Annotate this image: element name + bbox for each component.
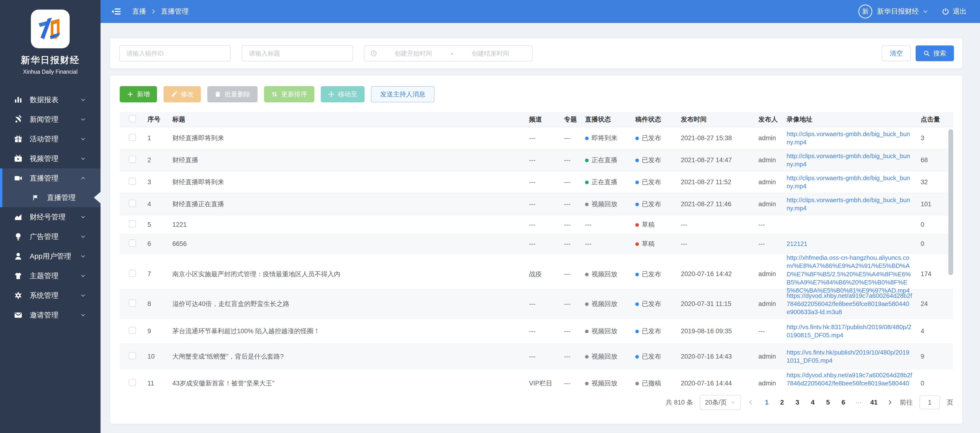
- row-video-url[interactable]: https://dyvod.xhby.net/a919c7a600264d28b…: [787, 292, 913, 316]
- sidebar-item-live-manage[interactable]: 直播管理: [2, 188, 100, 207]
- row-checkbox[interactable]: [129, 352, 136, 359]
- row-video-url[interactable]: 212121: [787, 240, 913, 248]
- user-name[interactable]: 新华日报财经: [877, 7, 919, 16]
- table-row: 1财经直播即将到来------即将到来已发布2021-08-27 15:38ad…: [120, 127, 953, 149]
- row-publish-time: 2019-08-16 09:35: [681, 327, 758, 335]
- next-page-button[interactable]: [887, 399, 893, 406]
- page-size-select[interactable]: 20条/页: [700, 395, 741, 410]
- sidebar-item-label: 财经号管理: [30, 212, 80, 222]
- page-number-2[interactable]: 2: [776, 395, 788, 409]
- add-button[interactable]: 新增: [120, 86, 157, 102]
- collapse-sidebar-icon[interactable]: [111, 7, 121, 16]
- row-video-url[interactable]: http://clips.vorwaerts-gmbh.de/big_buck_…: [787, 174, 913, 190]
- chevron-down-icon[interactable]: [923, 9, 928, 14]
- page-number-6[interactable]: 6: [837, 395, 850, 409]
- satellite-icon: [13, 114, 23, 124]
- row-video-url[interactable]: https://vs.fintv.hk/publish/2019/10/480p…: [787, 348, 913, 365]
- power-icon: [942, 8, 949, 15]
- row-checkbox[interactable]: [129, 200, 136, 207]
- sidebar-item-activity[interactable]: 活动管理: [0, 129, 100, 149]
- row-video-url[interactable]: http://clips.vorwaerts-gmbh.de/big_buck_…: [787, 196, 913, 213]
- row-clicks: 9: [921, 353, 953, 360]
- sidebar-item-label: 邀请管理: [30, 310, 80, 320]
- row-video-url[interactable]: http://clips.vorwaerts-gmbh.de/big_buck_…: [787, 152, 913, 168]
- table-scrollbar-thumb[interactable]: [948, 129, 953, 275]
- chevron-right-icon: [150, 8, 157, 14]
- sidebar-item-label: 视频管理: [30, 154, 80, 163]
- row-doc-status: 已发布: [635, 300, 681, 308]
- row-checkbox[interactable]: [129, 134, 136, 141]
- sidebar-item-theme[interactable]: 主题管理: [0, 266, 100, 285]
- row-topic: ---: [564, 327, 585, 335]
- table-row: 1143岁成安徽新首富！被誉“坚果大王”VIP栏目---视频回放已撤稿2020-…: [120, 370, 953, 387]
- move-to-button[interactable]: 移动至: [321, 86, 364, 102]
- row-publish-time: 2020-07-16 14:42: [681, 270, 758, 278]
- row-publisher: admin: [758, 300, 787, 308]
- title-input[interactable]: [242, 45, 353, 62]
- breadcrumb: 直播 直播管理: [132, 7, 189, 16]
- bulb-icon: [13, 232, 23, 241]
- row-video-url[interactable]: https://dyvod.xhby.net/a919c7a600264d28b…: [787, 371, 913, 387]
- avatar[interactable]: 新: [858, 5, 872, 18]
- select-all-checkbox[interactable]: [129, 115, 136, 122]
- row-checkbox[interactable]: [129, 327, 136, 334]
- date-range-picker[interactable]: 创建开始时间 - 创建结束时间: [364, 45, 533, 62]
- sidebar-item-ads[interactable]: 广告管理: [0, 227, 100, 246]
- row-checkbox[interactable]: [129, 178, 136, 185]
- table-row: 4财经直播正在直播------视频回放已发布2021-08-27 11:46ad…: [120, 193, 953, 215]
- row-title: 6656: [172, 239, 529, 248]
- row-index: 4: [148, 200, 172, 208]
- chevron-down-icon: [80, 234, 86, 239]
- batch-delete-button[interactable]: 批量删除: [207, 86, 258, 102]
- sidebar-item-live[interactable]: 直播管理: [2, 168, 100, 188]
- row-checkbox[interactable]: [129, 156, 136, 163]
- table-row: 9茅台流通环节暴利超过100% 陷入越控越涨的怪圈！------视频回放已发布2…: [120, 319, 953, 344]
- row-video-url[interactable]: http://clips.vorwaerts-gmbh.de/big_buck_…: [787, 130, 913, 146]
- row-video-url[interactable]: http://vs.fintv.hk:8317/publish/2019/08/…: [787, 323, 913, 339]
- page-number-3[interactable]: 3: [791, 395, 803, 409]
- sidebar-item-invite[interactable]: 邀请管理: [0, 305, 100, 325]
- row-publish-time: ---: [681, 240, 758, 247]
- row-checkbox[interactable]: [129, 239, 136, 247]
- prev-page-button[interactable]: [748, 399, 754, 406]
- sidebar-item-system[interactable]: 系统管理: [0, 285, 100, 305]
- row-checkbox[interactable]: [129, 300, 136, 307]
- chevron-up-icon: [80, 176, 86, 181]
- update-sort-button[interactable]: 更新排序: [264, 86, 314, 102]
- page-number-1[interactable]: 1: [760, 395, 773, 409]
- sidebar-item-label: 主题管理: [30, 271, 80, 281]
- sidebar-item-app-users[interactable]: App用户管理: [0, 246, 100, 266]
- clear-button[interactable]: 清空: [881, 46, 911, 61]
- logout-button[interactable]: 退出: [942, 7, 967, 16]
- sidebar-item-data-reports[interactable]: 数据报表: [0, 90, 100, 109]
- sidebar-item-video[interactable]: 视频管理: [0, 149, 100, 168]
- row-title: 43岁成安徽新首富！被誉“坚果大王”: [172, 379, 529, 387]
- page-number-41[interactable]: 41: [868, 395, 880, 409]
- row-topic: ---: [564, 178, 585, 186]
- edit-button[interactable]: 修改: [164, 86, 201, 102]
- row-checkbox[interactable]: [129, 220, 136, 227]
- row-channel: ---: [529, 353, 564, 360]
- row-live-status: 视频回放: [585, 270, 635, 278]
- page-number-5[interactable]: 5: [822, 395, 834, 409]
- send-host-message-button[interactable]: 发送主持人消息: [371, 86, 434, 102]
- row-topic: ---: [564, 270, 585, 278]
- row-publish-time: 2021-08-27 11:52: [681, 178, 758, 186]
- date-start-placeholder: 创建开始时间: [377, 49, 449, 58]
- row-checkbox[interactable]: [129, 270, 136, 277]
- article-id-input[interactable]: [119, 45, 231, 62]
- col-video-url: 录像地址: [787, 115, 921, 124]
- sidebar-item-finance-account[interactable]: 财经号管理: [0, 207, 100, 227]
- search-button[interactable]: 搜索: [916, 46, 954, 61]
- breadcrumb-item[interactable]: 直播: [132, 7, 146, 16]
- sidebar-item-news[interactable]: 新闻管理: [0, 109, 100, 129]
- page-number-4[interactable]: 4: [807, 395, 819, 409]
- col-publish-time: 发布时间: [681, 115, 758, 124]
- status-dot-gray: [585, 330, 589, 333]
- row-publish-time: ---: [681, 221, 758, 228]
- goto-page-input[interactable]: [920, 395, 940, 409]
- status-dot-gray: [585, 355, 589, 358]
- row-video-url[interactable]: http://xhfmedia.oss-cn-hangzhou.aliyuncs…: [787, 254, 913, 295]
- row-index: 5: [148, 221, 172, 228]
- row-checkbox[interactable]: [129, 379, 136, 386]
